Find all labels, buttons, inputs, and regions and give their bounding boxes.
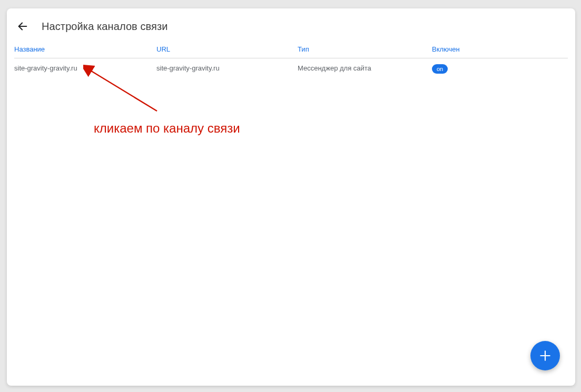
enabled-toggle[interactable]: on xyxy=(432,64,448,74)
table-header-type[interactable]: Тип xyxy=(298,45,432,53)
add-channel-button[interactable] xyxy=(530,341,560,370)
page-title: Настройка каналов связи xyxy=(42,21,168,33)
cell-type: Мессенджер для сайта xyxy=(298,64,432,74)
table-row[interactable]: site-gravity-gravity.ru site-gravity-gra… xyxy=(14,58,568,80)
cell-enabled: on xyxy=(432,64,568,74)
cell-name: site-gravity-gravity.ru xyxy=(14,64,156,74)
back-button[interactable] xyxy=(14,18,31,35)
panel-header: Настройка каналов связи xyxy=(7,8,575,45)
table-header-row: Название URL Тип Включен xyxy=(14,45,568,58)
settings-panel: Настройка каналов связи Название URL Тип… xyxy=(7,8,575,386)
table-header-name[interactable]: Название xyxy=(14,45,156,53)
channels-table: Название URL Тип Включен site-gravity-gr… xyxy=(7,45,575,80)
table-header-enabled[interactable]: Включен xyxy=(432,45,568,53)
arrow-left-icon xyxy=(17,21,28,32)
table-header-url[interactable]: URL xyxy=(156,45,298,53)
plus-icon xyxy=(538,349,552,363)
cell-url: site-gravity-gravity.ru xyxy=(156,64,298,74)
annotation-text: кликаем по каналу связи xyxy=(94,121,240,136)
